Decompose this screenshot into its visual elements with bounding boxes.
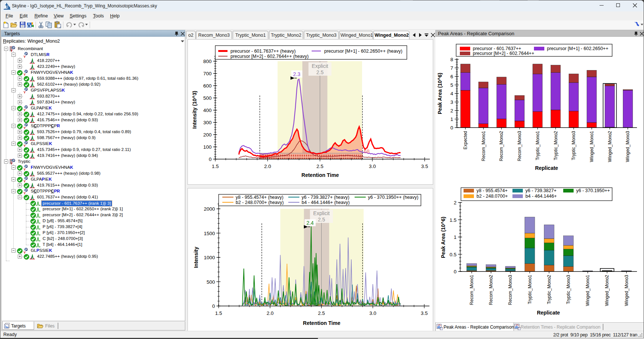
- svg-text:Y: Y: [23, 126, 26, 129]
- svg-text:Y: Y: [23, 108, 26, 112]
- svg-text:Y: Y: [23, 144, 26, 147]
- svg-text:Y: Y: [23, 191, 26, 195]
- svg-text:Y: Y: [23, 72, 26, 76]
- svg-text:Y: Y: [23, 167, 26, 171]
- svg-text:Y: Y: [23, 55, 26, 58]
- svg-text:P: P: [13, 46, 15, 50]
- svg-text:Y: Y: [23, 250, 26, 254]
- svg-text:Y: Y: [10, 49, 13, 52]
- svg-text:P: P: [13, 159, 15, 162]
- svg-text:Y: Y: [23, 179, 26, 183]
- svg-text:Y: Y: [23, 90, 26, 94]
- svg-text:Y: Y: [10, 162, 13, 165]
